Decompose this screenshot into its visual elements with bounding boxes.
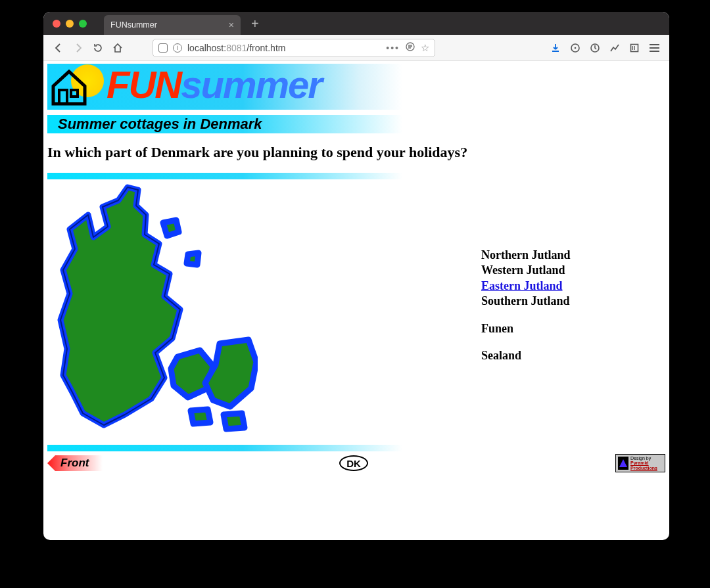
divider-bottom — [47, 445, 402, 451]
region-link-western-jutland[interactable]: Western Jutland — [481, 263, 565, 277]
page-actions-icon[interactable]: ••• — [386, 43, 400, 53]
new-tab-button[interactable]: + — [247, 17, 263, 30]
front-button-label: Front — [60, 457, 89, 470]
tracking-protection-icon[interactable] — [158, 43, 168, 53]
close-window-button[interactable] — [53, 20, 60, 28]
extension-icon-3[interactable] — [606, 39, 623, 57]
maximize-window-button[interactable] — [79, 20, 87, 28]
bookmark-star-icon[interactable]: ☆ — [421, 42, 429, 54]
language-dk-button[interactable]: DK — [339, 455, 368, 471]
logo-text: FUNsummer — [106, 62, 321, 106]
funsummer-logo: FUNsummer — [47, 64, 402, 110]
svg-rect-5 — [71, 90, 78, 97]
divider-top — [47, 173, 402, 179]
address-bar[interactable]: i localhost:8081/front.htm ••• ☆ — [153, 39, 435, 57]
home-button[interactable] — [109, 39, 126, 57]
pyramid-credit-badge[interactable]: Design by Pyramid Productions — [615, 454, 665, 472]
url-text: localhost:8081/front.htm — [187, 43, 285, 53]
region-link-southern-jutland[interactable]: Southern Jutland — [481, 294, 570, 307]
map-and-regions: Northern Jutland Western Jutland Eastern… — [47, 179, 665, 443]
house-icon — [50, 68, 88, 106]
region-link-northern-jutland[interactable]: Northern Jutland — [481, 248, 571, 261]
region-link-funen[interactable]: Funen — [481, 322, 513, 335]
region-list: Northern Jutland Western Jutland Eastern… — [481, 248, 571, 363]
tab-title: FUNsummer — [110, 20, 157, 30]
titlebar: FUNsummer × + — [43, 12, 669, 35]
region-link-sealand[interactable]: Sealand — [481, 349, 521, 362]
svg-rect-4 — [59, 90, 67, 104]
denmark-map[interactable] — [47, 181, 258, 443]
library-icon[interactable] — [626, 39, 643, 57]
back-button[interactable] — [50, 39, 67, 57]
extension-icon-2[interactable] — [586, 39, 604, 57]
browser-window: FUNsummer × + i localhost:8081/front.htm… — [43, 12, 669, 540]
page-viewport: FUNsummer Summer cottages in Denmark In … — [43, 61, 669, 540]
question-heading: In which part of Denmark are you plannin… — [47, 144, 665, 161]
subtitle-text: Summer cottages in Denmark — [58, 116, 262, 133]
front-button[interactable]: Front — [47, 455, 103, 471]
traffic-lights — [53, 20, 87, 28]
site-info-icon[interactable]: i — [173, 43, 182, 53]
subtitle-bar: Summer cottages in Denmark — [47, 115, 402, 133]
language-dk-label: DK — [346, 458, 361, 469]
region-link-eastern-jutland[interactable]: Eastern Jutland — [481, 279, 563, 292]
extension-icon-1[interactable] — [567, 39, 584, 57]
page-content: FUNsummer Summer cottages in Denmark In … — [43, 61, 669, 475]
toolbar-right — [547, 39, 663, 57]
browser-toolbar: i localhost:8081/front.htm ••• ☆ — [43, 35, 669, 61]
reload-button[interactable] — [89, 39, 106, 57]
page-footer: Front DK Design by Pyramid Productions — [47, 454, 665, 472]
credit-text: Design by Pyramid Productions — [630, 456, 657, 470]
reader-mode-icon[interactable] — [405, 41, 415, 54]
forward-button[interactable] — [70, 39, 87, 57]
pyramid-icon — [618, 457, 628, 470]
menu-button[interactable] — [646, 39, 663, 57]
minimize-window-button[interactable] — [66, 20, 74, 28]
tab-close-icon[interactable]: × — [229, 20, 234, 30]
downloads-icon[interactable] — [547, 39, 564, 57]
browser-tab[interactable]: FUNsummer × — [104, 15, 241, 35]
svg-point-1 — [575, 47, 577, 49]
